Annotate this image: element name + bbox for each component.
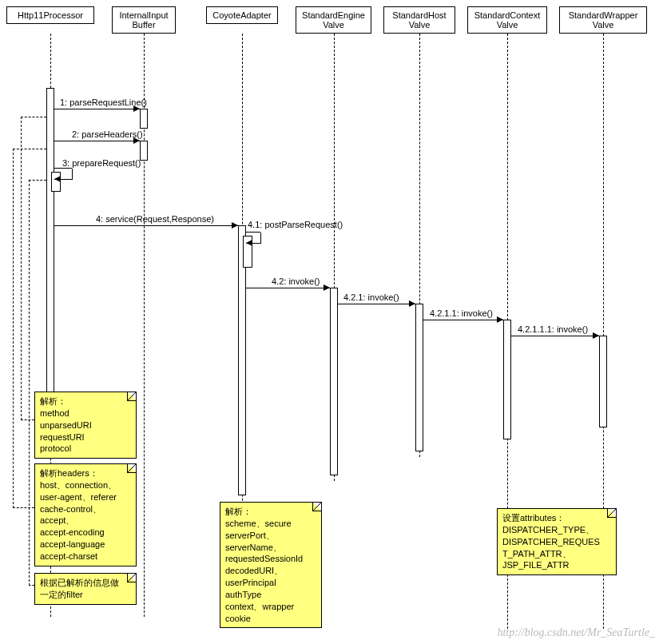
- activation-http11-main: [46, 88, 54, 407]
- note2-l4: accept、: [40, 515, 74, 525]
- note-filter: 根据已解析的信息做 一定的filter: [34, 573, 137, 605]
- msg-42111-line: [511, 336, 599, 336]
- activation-inputbuf-2: [140, 141, 148, 161]
- note5-l2: DISPATCHER_REQUES: [502, 537, 600, 547]
- note2-l1: host、connection、: [40, 480, 117, 490]
- note4-l2: serverPort、: [225, 531, 275, 540]
- note2-l6: accept-language: [40, 539, 105, 549]
- activation-inputbuf-1: [140, 109, 148, 129]
- note2-l2: user-agent、referer: [40, 492, 117, 502]
- activation-context: [503, 320, 511, 439]
- note3-l2: 一定的filter: [40, 590, 83, 599]
- activation-engine: [330, 288, 338, 475]
- msg-4-arrow: [232, 222, 238, 229]
- note1-l4: protocol: [40, 443, 71, 453]
- note5-l3: T_PATH_ATTR、: [502, 549, 571, 559]
- msg-1-line: [54, 109, 140, 109]
- note-coyote-parse: 解析： scheme、secure serverPort、 serverName…: [220, 502, 322, 628]
- note1-title: 解析：: [40, 396, 66, 406]
- conn-note2-h2: [13, 507, 34, 508]
- note4-l6: userPrincipal: [225, 578, 276, 587]
- note-parse-headers: 解析headers： host、connection、 user-agent、r…: [34, 463, 137, 566]
- msg-3-label: 3: prepareRequest(): [62, 158, 141, 168]
- note2-title: 解析headers：: [40, 468, 98, 478]
- conn-note2: [13, 149, 14, 508]
- note-attributes: 设置attributes： DISPATCHER_TYPE、 DISPATCHE…: [497, 508, 617, 575]
- activation-wrapper: [599, 336, 607, 427]
- msg-41-label: 4.1: postParseRequest(): [248, 220, 343, 229]
- note4-l3: serverName、: [225, 543, 282, 552]
- msg-4211-line: [423, 320, 503, 320]
- note4-l7: authType: [225, 590, 261, 599]
- conn-note3-h2: [29, 585, 34, 586]
- note4-l4: requestedSessionId: [225, 554, 303, 563]
- lifeline-http11: Http11Processor: [6, 6, 94, 24]
- msg-4211-arrow: [497, 316, 503, 323]
- msg-1-arrow: [133, 105, 140, 112]
- conn-note1-h2: [21, 419, 34, 420]
- msg-421-arrow: [409, 300, 415, 307]
- note5-l1: DISPATCHER_TYPE、: [502, 525, 594, 535]
- lifeline-engine: StandardEngine Valve: [296, 6, 371, 34]
- note3-l1: 根据已解析的信息做: [40, 578, 119, 587]
- note2-l5: accept-encoding: [40, 527, 105, 537]
- msg-4-label: 4: service(Request,Response): [96, 214, 214, 224]
- msg-42-line: [246, 288, 330, 288]
- note4-l9: cookie: [225, 614, 251, 623]
- note2-l7: accept-charset: [40, 551, 97, 561]
- msg-4-line: [54, 225, 238, 226]
- conn-note3: [29, 180, 30, 586]
- msg-421-line: [338, 304, 415, 304]
- msg-42-label: 4.2: invoke(): [272, 276, 320, 286]
- note4-l5: decodedURI、: [225, 566, 283, 575]
- msg-3-self: [54, 168, 73, 180]
- msg-2-arrow: [133, 137, 140, 144]
- msg-421-label: 4.2.1: invoke(): [343, 292, 399, 302]
- note1-l1: method: [40, 408, 69, 418]
- conn-note1: [21, 117, 22, 420]
- note4-l8: context、wrapper: [225, 602, 294, 611]
- lifeline-coyote: CoyoteAdapter: [206, 6, 278, 24]
- note1-l2: unparsedURI: [40, 420, 92, 430]
- conn-note2-h1: [13, 149, 46, 149]
- lifeline-host: StandardHost Valve: [383, 6, 455, 34]
- lifeline-wrapper: StandardWrapper Valve: [559, 6, 647, 34]
- msg-4211-label: 4.2.1.1: invoke(): [430, 308, 493, 318]
- note1-l3: requestURI: [40, 432, 85, 442]
- msg-42-arrow: [324, 284, 330, 291]
- watermark: http://blog.csdn.net/Mr_SeaTurtle_: [497, 626, 655, 639]
- note5-l4: JSP_FILE_ATTR: [502, 560, 570, 570]
- activation-host: [415, 304, 423, 451]
- msg-2-label: 2: parseHeaders(): [72, 129, 143, 139]
- msg-42111-label: 4.2.1.1.1: invoke(): [518, 324, 588, 334]
- conn-note3-h1: [29, 180, 46, 181]
- lifeline-inputbuf: InternalInput Buffer: [112, 6, 176, 34]
- note2-l3: cache-control、: [40, 504, 101, 514]
- msg-41-self: [246, 232, 261, 244]
- msg-42111-arrow: [593, 332, 599, 339]
- note5-title: 设置attributes：: [502, 513, 565, 523]
- msg-2-line: [54, 141, 140, 141]
- lifeline-context: StandardContext Valve: [467, 6, 547, 34]
- note4-title: 解析：: [225, 507, 252, 516]
- conn-note1-h1: [21, 117, 46, 117]
- note4-l1: scheme、secure: [225, 519, 292, 528]
- note-parse-request: 解析： method unparsedURI requestURI protoc…: [34, 392, 137, 459]
